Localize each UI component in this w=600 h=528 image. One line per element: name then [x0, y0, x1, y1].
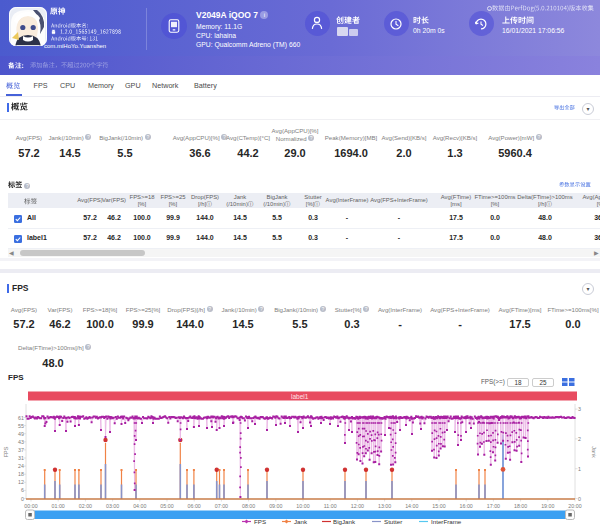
- svg-text:04:00: 04:00: [133, 503, 146, 509]
- svg-text:55: 55: [18, 423, 24, 429]
- svg-text:37: 37: [18, 447, 24, 453]
- svg-text:01:00: 01:00: [52, 503, 65, 509]
- svg-text:Stutter: Stutter: [384, 518, 402, 525]
- svg-text:06:00: 06:00: [188, 503, 201, 509]
- svg-text:13:00: 13:00: [378, 503, 391, 509]
- svg-text:09:00: 09:00: [269, 503, 282, 509]
- svg-text:02:00: 02:00: [79, 503, 92, 509]
- svg-text:08:00: 08:00: [242, 503, 255, 509]
- svg-text:20:00: 20:00: [568, 503, 581, 509]
- svg-text:17:00: 17:00: [487, 503, 500, 509]
- svg-text:11:00: 11:00: [324, 503, 337, 509]
- svg-text:05:00: 05:00: [160, 503, 173, 509]
- svg-text:Jank: Jank: [294, 518, 308, 525]
- svg-text:FPS: FPS: [254, 518, 266, 525]
- svg-text:43: 43: [18, 439, 24, 445]
- svg-text:1: 1: [578, 466, 581, 472]
- svg-text:14:00: 14:00: [405, 503, 418, 509]
- svg-text:61: 61: [18, 415, 24, 421]
- svg-text:12: 12: [18, 479, 24, 485]
- svg-text:49: 49: [18, 431, 24, 437]
- svg-text:03:00: 03:00: [106, 503, 119, 509]
- svg-text:18:00: 18:00: [514, 503, 527, 509]
- svg-text:19:00: 19:00: [541, 503, 554, 509]
- svg-text:07:00: 07:00: [215, 503, 228, 509]
- svg-text:InterFrame: InterFrame: [431, 518, 462, 525]
- svg-text:24: 24: [18, 463, 24, 469]
- svg-text:16:00: 16:00: [460, 503, 473, 509]
- svg-text:10:00: 10:00: [296, 503, 309, 509]
- svg-text:15:00: 15:00: [432, 503, 445, 509]
- svg-text:31: 31: [18, 455, 24, 461]
- svg-text:label1: label1: [291, 393, 309, 400]
- svg-text:12:00: 12:00: [351, 503, 364, 509]
- svg-text:BigJank: BigJank: [333, 518, 356, 525]
- svg-text:3: 3: [578, 406, 581, 412]
- svg-text:18: 18: [18, 471, 24, 477]
- svg-text:Jank: Jank: [591, 446, 597, 458]
- svg-text:0: 0: [578, 496, 581, 502]
- svg-text:FPS: FPS: [3, 446, 9, 457]
- svg-text:00:00: 00:00: [24, 503, 37, 509]
- svg-text:2: 2: [578, 436, 581, 442]
